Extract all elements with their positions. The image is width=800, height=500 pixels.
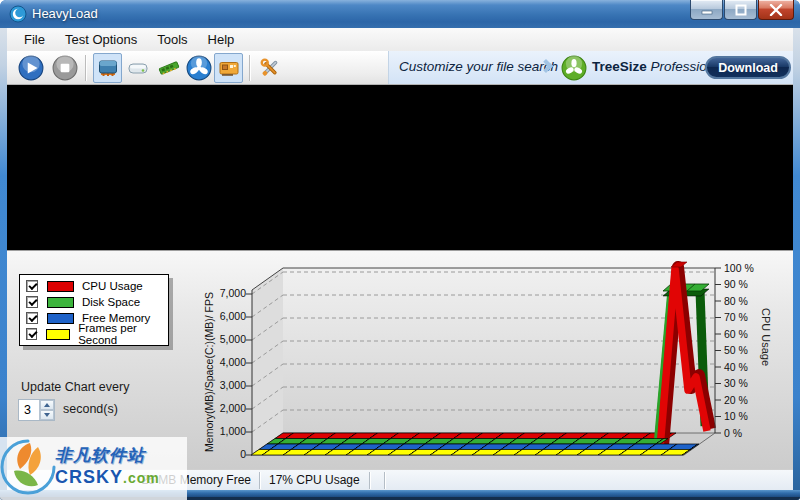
play-icon [18, 55, 44, 81]
app-icon [9, 5, 27, 23]
spinner-down-button[interactable] [40, 410, 54, 420]
window-title: HeavyLoad [32, 6, 98, 21]
toolbar-separator [85, 55, 86, 81]
window-border-right [793, 28, 800, 490]
stop-icon [52, 55, 78, 81]
update-interval-label: Update Chart every [21, 380, 129, 394]
start-test-button[interactable] [16, 53, 45, 83]
crsky-logo-icon [0, 437, 58, 497]
ram-icon [157, 56, 181, 80]
title-bar[interactable]: HeavyLoad [0, 0, 800, 28]
ad-tagline[interactable]: Customize your file search [399, 59, 558, 74]
toolbar: Customize your file search TreeSize Prof… [7, 51, 793, 85]
legend-item-disk: Disk Space [20, 294, 168, 310]
spinner-up-button[interactable] [40, 400, 54, 410]
video-card-icon [217, 56, 241, 80]
minimize-icon [700, 5, 714, 15]
treesize-logo-icon [561, 55, 587, 81]
cpu-color-swatch [47, 281, 74, 292]
arrow-up-icon [44, 403, 50, 407]
free-memory-checkbox[interactable] [26, 312, 38, 324]
maximize-button[interactable] [724, 0, 757, 20]
cpu-usage-checkbox[interactable] [26, 280, 38, 292]
watermark-domain-main: CRSKY [55, 467, 123, 487]
legend-label: Frames per Second [78, 322, 168, 346]
options-button[interactable] [255, 53, 284, 83]
interval-unit-label: second(s) [63, 402, 118, 416]
window-border-left [0, 28, 7, 490]
watermark-domain-suffix: .com [123, 470, 160, 486]
fan-icon [186, 55, 212, 81]
chart-legend: CPU Usage Disk Space Free Memory Frames … [19, 274, 169, 346]
tools-icon [258, 56, 282, 80]
status-separator [369, 472, 370, 489]
interval-spinner[interactable]: 3 [18, 399, 55, 421]
memory-test-button[interactable] [154, 53, 183, 83]
memory-color-swatch [47, 313, 74, 324]
maximize-icon [734, 4, 748, 16]
menu-test-options[interactable]: Test Options [55, 29, 147, 50]
stop-test-button[interactable] [50, 53, 79, 83]
ad-product-name: TreeSize [592, 59, 647, 74]
disk-space-checkbox[interactable] [26, 296, 38, 308]
download-button[interactable]: Download [705, 56, 791, 79]
video-card-test-button[interactable] [214, 53, 243, 83]
legend-label: Disk Space [82, 296, 140, 308]
arrow-down-icon [44, 413, 50, 417]
status-separator [384, 472, 385, 489]
watermark-domain: CRSKY.com [55, 467, 160, 488]
legend-item-fps: Frames per Second [20, 326, 168, 342]
status-separator [259, 472, 260, 489]
fps-color-swatch [46, 329, 70, 340]
toolbar-separator [249, 55, 250, 81]
crsky-watermark: 非凡软件站 CRSKY.com [0, 437, 187, 500]
disk-test-button[interactable] [123, 53, 152, 83]
heavyload-window: HeavyLoad File Test Options Tools Help [0, 0, 800, 500]
disk-color-swatch [47, 297, 74, 308]
cpu-status: 17% CPU Usage [261, 470, 369, 491]
legend-item-cpu: CPU Usage [20, 278, 168, 294]
menu-bar: File Test Options Tools Help [7, 28, 793, 51]
hard-disk-icon [126, 56, 150, 80]
cpu-icon [96, 56, 120, 80]
ad-banner[interactable]: Customize your file search TreeSize Prof… [388, 51, 793, 84]
test-render-area [7, 85, 793, 250]
close-icon [769, 4, 783, 16]
gpu-fan-test-button[interactable] [184, 53, 213, 83]
interval-value[interactable]: 3 [19, 400, 39, 420]
menu-file[interactable]: File [14, 29, 55, 50]
legend-label: CPU Usage [82, 280, 143, 292]
fps-checkbox[interactable] [26, 328, 37, 340]
minimize-button[interactable] [690, 0, 723, 20]
close-button[interactable] [758, 0, 794, 20]
menu-tools[interactable]: Tools [147, 29, 197, 50]
cpu-test-button[interactable] [93, 53, 122, 83]
menu-help[interactable]: Help [198, 29, 245, 50]
watermark-site-name: 非凡软件站 [55, 444, 160, 467]
